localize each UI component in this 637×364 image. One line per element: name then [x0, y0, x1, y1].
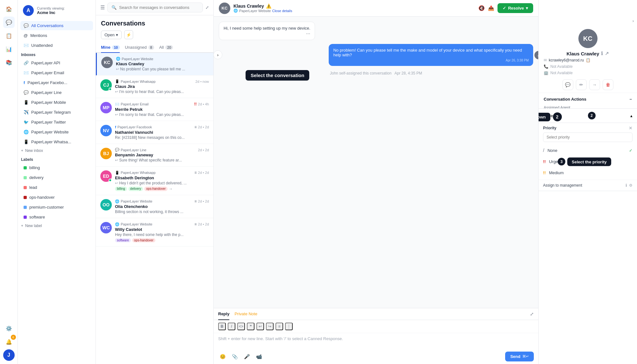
- conv-item-3[interactable]: MP ✉️ PaperLayer Email !! 2d • 4h Merril…: [96, 98, 213, 121]
- filter-button[interactable]: ⚡: [124, 30, 133, 39]
- close-details-link[interactable]: Close details: [272, 9, 292, 13]
- audio-icon[interactable]: 🎤: [242, 352, 251, 361]
- attachment-icon[interactable]: 📎: [230, 352, 239, 361]
- undo-button[interactable]: ↩: [256, 323, 264, 330]
- priority-option-none[interactable]: / None ✓: [539, 145, 637, 156]
- message-options-icon[interactable]: ⋯: [306, 31, 310, 36]
- contact-avatar: KC: [578, 29, 598, 48]
- contact-edit-button[interactable]: ✏: [576, 79, 587, 90]
- sidebar-item-paperlayer-email[interactable]: ✉️ PaperLayer Email: [20, 68, 93, 77]
- composer-toolbar: B I <> ❝ ↩ ↪ ≡ ⋮: [214, 320, 538, 333]
- reports-nav-button[interactable]: 📊: [3, 43, 15, 55]
- tab-unassigned-label: Unassigned: [125, 45, 147, 50]
- tab-unassigned[interactable]: Unassigned 8: [125, 42, 154, 53]
- priority-option-medium[interactable]: !! Medium: [539, 167, 637, 178]
- resolve-button[interactable]: ✓ Resolve ▾: [497, 3, 533, 13]
- send-button[interactable]: Send ⌘↵: [505, 352, 534, 361]
- sidebar-item-unattended[interactable]: ✉️ Unattended: [20, 41, 93, 50]
- conv-item-6[interactable]: ED 📱 PaperLayer Whatsapp ≡ 2d • 2d Elisa…: [96, 167, 213, 195]
- contact-email-row: ✉ kcrawley6@narod.ru 📋: [544, 57, 632, 63]
- contact-forward-button[interactable]: →: [589, 79, 600, 90]
- info-icon[interactable]: ℹ: [601, 51, 603, 56]
- api-icon: 🔗: [24, 61, 29, 65]
- sidebar-item-paperlayer-api[interactable]: 🔗 PaperLayer API: [20, 58, 93, 68]
- assign-info-icon[interactable]: ℹ: [626, 183, 627, 188]
- code-button[interactable]: <>: [237, 323, 245, 330]
- conv-actions-collapse-icon[interactable]: −: [629, 97, 632, 102]
- composer-tab-private-note[interactable]: Private Note: [234, 308, 257, 320]
- external-link-icon[interactable]: ↗: [605, 51, 609, 56]
- sidebar-item-paperlayer-line[interactable]: 💬 PaperLayer Line: [20, 88, 93, 97]
- inbox-nav-button[interactable]: 📋: [3, 30, 15, 41]
- priority-search-input[interactable]: [543, 132, 633, 142]
- chevron-up-icon: ▴: [630, 113, 633, 118]
- search-bar[interactable]: 🔍: [107, 3, 203, 12]
- sidebar-item-paperlayer-telegram[interactable]: ✈️ PaperLayer Telegram: [20, 108, 93, 117]
- label-item-software[interactable]: software: [20, 212, 93, 222]
- composer-input-area[interactable]: Shift + enter for new line. Start with '…: [214, 333, 538, 349]
- contact-message-button[interactable]: 💬: [562, 79, 573, 90]
- mute-icon[interactable]: 🔇: [478, 5, 485, 11]
- search-expand-icon[interactable]: ⤢: [205, 5, 209, 10]
- new-label-button[interactable]: + New label: [18, 222, 96, 230]
- conv-item-2[interactable]: CJ 📱 PaperLayer Whatsapp 2d • now Claus …: [96, 75, 213, 98]
- priority-option-urgent[interactable]: !! Urgent 3 Select the priority: [539, 156, 637, 167]
- composer-expand-icon[interactable]: ⤢: [530, 308, 534, 320]
- video-icon[interactable]: 📹: [254, 352, 263, 361]
- conv-item-4[interactable]: NV f PaperLayer Facebook ≡ 2d • 2d Natha…: [96, 121, 213, 144]
- bold-button[interactable]: B: [218, 323, 226, 330]
- whatsapp-source-icon: 📱: [115, 79, 119, 83]
- conv-item-1[interactable]: KC 🌐 PaperLayer Website Klaus Crawley ↩ …: [96, 53, 213, 75]
- conv-time-7: 2d • 2d: [198, 199, 209, 203]
- user-avatar-nav[interactable]: J: [3, 349, 15, 361]
- assign-settings-icon[interactable]: ⚙: [629, 183, 633, 188]
- urgent-priority-icon: !!: [543, 159, 546, 164]
- sidebar-item-mentions[interactable]: @ Mentions: [20, 31, 93, 40]
- redo-button[interactable]: ↪: [266, 323, 274, 330]
- label-item-premium-customer[interactable]: premium-customer: [20, 203, 93, 212]
- blockquote-button[interactable]: ❝: [247, 323, 254, 330]
- line-icon: 💬: [24, 90, 29, 95]
- ordered-list-button[interactable]: ⋮: [285, 323, 293, 330]
- tab-all[interactable]: All 20: [159, 42, 173, 53]
- sidebar-item-paperlayer-mobile[interactable]: 📱 PaperLayer Mobile: [20, 98, 93, 107]
- unattended-icon: ✉️: [24, 43, 29, 48]
- settings-nav-button[interactable]: ⚙️: [3, 323, 15, 334]
- library-nav-button[interactable]: 📚: [3, 57, 15, 68]
- right-panel-toggle[interactable]: ›: [633, 18, 634, 23]
- priority-close-icon[interactable]: ✕: [629, 125, 633, 131]
- tab-mine[interactable]: Mine 10: [101, 42, 120, 53]
- new-inbox-button[interactable]: + New inbox: [18, 146, 96, 155]
- sidebar-item-all-conversations[interactable]: 💬 All Conversations: [20, 21, 93, 30]
- conv-meta-8: 🌐 PaperLayer Website ≡ 2d • 2d: [115, 222, 209, 226]
- label-item-delivery[interactable]: delivery: [20, 173, 93, 182]
- chat-nav-button[interactable]: 💬: [3, 17, 15, 28]
- search-input[interactable]: [119, 5, 199, 10]
- composer-tab-reply[interactable]: Reply: [218, 308, 229, 320]
- home-nav-button[interactable]: 🏠: [3, 3, 15, 15]
- status-dropdown[interactable]: Open ▾: [101, 31, 122, 39]
- conv-item-7[interactable]: OO 🌐 PaperLayer Website ≡ 2d • 2d Olia O…: [96, 195, 213, 218]
- expand-toggle-button[interactable]: ›: [213, 50, 222, 59]
- list-button[interactable]: ≡: [276, 323, 283, 330]
- italic-button[interactable]: I: [228, 323, 235, 330]
- label-item-billing[interactable]: billing: [20, 163, 93, 172]
- contact-phone: Not Available: [550, 64, 573, 69]
- sidebar-item-paperlayer-twitter[interactable]: 🐦 PaperLayer Twitter: [20, 118, 93, 127]
- medium-icon-6: ≡: [195, 170, 197, 175]
- label-item-lead[interactable]: lead: [20, 183, 93, 192]
- sidebar-item-paperlayer-facebook[interactable]: f PaperLayer Facebo...: [20, 78, 93, 87]
- hamburger-icon[interactable]: ☰: [100, 4, 105, 11]
- copy-email-icon[interactable]: 📋: [586, 58, 590, 62]
- sidebar-item-paperlayer-whatsapp[interactable]: 📱 PaperLayer Whatsa...: [20, 137, 93, 146]
- avatar-3: MP: [100, 102, 112, 113]
- conv-item-5[interactable]: BJ 💬 PaperLayer Line 2d • 2d Benyamin Ja…: [96, 144, 213, 167]
- conv-item-8[interactable]: WC 🌐 PaperLayer Website ≡ 2d • 2d Willy …: [96, 218, 213, 246]
- label-item-ops-handover[interactable]: ops-handover: [20, 193, 93, 202]
- emoji-icon[interactable]: 😊: [218, 352, 227, 361]
- contact-delete-button[interactable]: 🗑: [603, 79, 613, 90]
- labels-nav: billing delivery lead ops-handover premi…: [18, 163, 96, 222]
- none-priority-label: None: [548, 148, 557, 153]
- share-icon[interactable]: 📤: [488, 5, 494, 11]
- sidebar-item-paperlayer-website[interactable]: 🌐 PaperLayer Website: [20, 127, 93, 137]
